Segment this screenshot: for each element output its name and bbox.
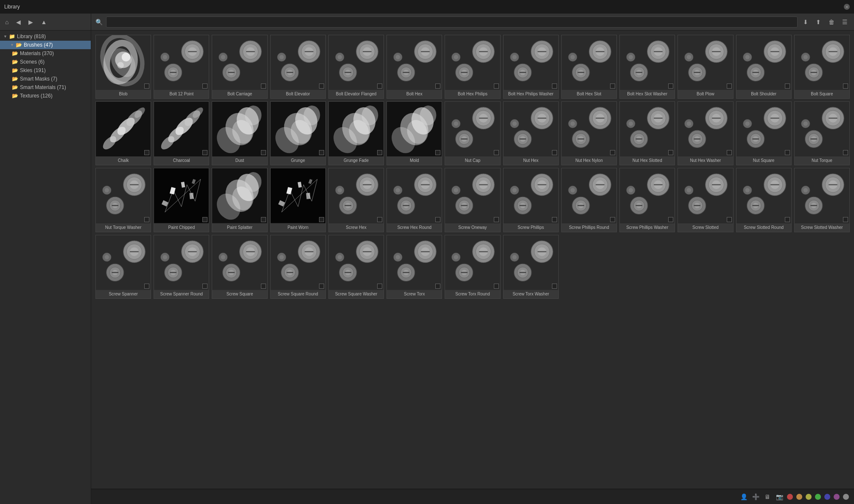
grid-item-bolt-elevator[interactable]: Bolt Elevator	[270, 35, 326, 99]
grid-item-screw-slotted[interactable]: Screw Slotted	[678, 168, 733, 232]
item-checkbox[interactable]	[727, 84, 732, 89]
grid-item-bolt-shoulder[interactable]: Bolt Shoulder	[736, 35, 792, 99]
sidebar-item-scenes[interactable]: 📂 Scenes (6)	[0, 58, 91, 66]
grid-item-mold[interactable]: Mold	[386, 101, 442, 165]
grid-item-grunge-fade[interactable]: Grunge Fade	[328, 101, 384, 165]
item-checkbox[interactable]	[319, 84, 324, 89]
download-button[interactable]: ⬇	[801, 18, 810, 26]
item-checkbox[interactable]	[377, 284, 382, 289]
sidebar-tree[interactable]: ▼ 📁 Library (818)▼ 📂 Brushes (47) 📂 Mate…	[0, 31, 91, 504]
home-button[interactable]: ⌂	[3, 18, 10, 26]
back-button[interactable]: ◀	[14, 18, 22, 26]
grid-item-dust[interactable]: Dust	[212, 101, 267, 165]
item-checkbox[interactable]	[435, 150, 440, 155]
grid-item-screw-square-round[interactable]: Screw Square Round	[270, 235, 326, 299]
grid-item-screw-hex[interactable]: Screw Hex	[328, 168, 384, 232]
item-checkbox[interactable]	[785, 217, 790, 222]
item-checkbox[interactable]	[261, 84, 266, 89]
grid-item-bolt-hex-slot-washer[interactable]: Bolt Hex Slot Washer	[619, 35, 675, 99]
item-checkbox[interactable]	[261, 284, 266, 289]
item-checkbox[interactable]	[727, 217, 732, 222]
grid-item-screw-spanner[interactable]: Screw Spanner	[95, 235, 151, 299]
item-checkbox[interactable]	[377, 217, 382, 222]
up-button[interactable]: ▲	[39, 18, 48, 26]
item-checkbox[interactable]	[494, 217, 499, 222]
item-checkbox[interactable]	[494, 284, 499, 289]
display-icon[interactable]: 🖥	[763, 493, 772, 501]
grid-item-bolt-square[interactable]: Bolt Square	[794, 35, 850, 99]
color-dot-1[interactable]	[796, 494, 802, 500]
item-checkbox[interactable]	[319, 217, 324, 222]
item-checkbox[interactable]	[668, 84, 673, 89]
item-checkbox[interactable]	[552, 84, 557, 89]
grid-item-screw-square-washer[interactable]: Screw Square Washer	[328, 235, 384, 299]
grid-item-screw-torx-washer[interactable]: Screw Torx Washer	[503, 235, 559, 299]
grid-item-nut-hex-slotted[interactable]: Nut Hex Slotted	[619, 101, 675, 165]
item-checkbox[interactable]	[144, 84, 149, 89]
item-checkbox[interactable]	[435, 284, 440, 289]
grid-item-bolt-plow[interactable]: Bolt Plow	[678, 35, 733, 99]
item-checkbox[interactable]	[727, 150, 732, 155]
add-person-icon[interactable]: ➕	[751, 493, 760, 501]
sidebar-item-smart-materials[interactable]: 📂 Smart Materials (71)	[0, 83, 91, 92]
item-checkbox[interactable]	[785, 150, 790, 155]
grid-container[interactable]: Blob Bolt 12 Point	[91, 31, 854, 489]
color-dot-4[interactable]	[824, 494, 830, 500]
grid-item-screw-slotted-washer[interactable]: Screw Slotted Washer	[794, 168, 850, 232]
item-checkbox[interactable]	[202, 84, 207, 89]
item-checkbox[interactable]	[494, 150, 499, 155]
grid-item-screw-slotted-round[interactable]: Screw Slotted Round	[736, 168, 792, 232]
grid-item-screw-torx-round[interactable]: Screw Torx Round	[445, 235, 500, 299]
grid-item-nut-hex[interactable]: Nut Hex	[503, 101, 559, 165]
grid-item-screw-phillips-washer[interactable]: Screw Phillips Washer	[619, 168, 675, 232]
item-checkbox[interactable]	[552, 284, 557, 289]
item-checkbox[interactable]	[610, 84, 615, 89]
grid-item-nut-torque[interactable]: Nut Torque	[794, 101, 850, 165]
item-checkbox[interactable]	[261, 150, 266, 155]
item-checkbox[interactable]	[144, 150, 149, 155]
grid-item-grunge[interactable]: Grunge	[270, 101, 326, 165]
item-checkbox[interactable]	[843, 217, 848, 222]
item-checkbox[interactable]	[202, 284, 207, 289]
search-input[interactable]	[106, 17, 798, 28]
grid-item-screw-torx[interactable]: Screw Torx	[386, 235, 442, 299]
item-checkbox[interactable]	[261, 217, 266, 222]
grid-item-nut-torque-washer[interactable]: Nut Torque Washer	[95, 168, 151, 232]
grid-item-chalk[interactable]: Chalk	[95, 101, 151, 165]
export-button[interactable]: ⬆	[814, 18, 823, 26]
color-dot-6[interactable]	[843, 494, 849, 500]
grid-item-screw-oneway[interactable]: Screw Oneway	[445, 168, 500, 232]
item-checkbox[interactable]	[144, 284, 149, 289]
item-checkbox[interactable]	[668, 150, 673, 155]
item-checkbox[interactable]	[202, 150, 207, 155]
item-checkbox[interactable]	[377, 150, 382, 155]
sidebar-item-brushes[interactable]: ▼ 📂 Brushes (47)	[0, 41, 91, 49]
grid-item-bolt-hex-slot[interactable]: Bolt Hex Slot	[561, 35, 617, 99]
sidebar-item-skies[interactable]: 📂 Skies (191)	[0, 66, 91, 75]
delete-button[interactable]: 🗑	[826, 18, 837, 26]
item-checkbox[interactable]	[435, 217, 440, 222]
grid-item-screw-phillips[interactable]: Screw Phillips	[503, 168, 559, 232]
grid-item-nut-hex-washer[interactable]: Nut Hex Washer	[678, 101, 733, 165]
item-checkbox[interactable]	[843, 84, 848, 89]
grid-item-bolt-12-point[interactable]: Bolt 12 Point	[154, 35, 209, 99]
item-checkbox[interactable]	[552, 150, 557, 155]
item-checkbox[interactable]	[319, 284, 324, 289]
item-checkbox[interactable]	[319, 150, 324, 155]
sidebar-item-library[interactable]: ▼ 📁 Library (818)	[0, 32, 91, 41]
grid-item-paint-chipped[interactable]: Paint Chipped	[154, 168, 209, 232]
grid-item-nut-cap[interactable]: Nut Cap	[445, 101, 500, 165]
sidebar-item-textures[interactable]: 📂 Textures (126)	[0, 92, 91, 100]
item-checkbox[interactable]	[494, 84, 499, 89]
grid-item-screw-hex-round[interactable]: Screw Hex Round	[386, 168, 442, 232]
grid-item-bolt-carriage[interactable]: Bolt Carriage	[212, 35, 267, 99]
forward-button[interactable]: ▶	[27, 18, 35, 26]
person-icon[interactable]: 👤	[739, 493, 748, 501]
view-options-button[interactable]: ☰	[840, 18, 850, 26]
item-checkbox[interactable]	[843, 150, 848, 155]
grid-item-bolt-elevator-flanged[interactable]: Bolt Elevator Flanged	[328, 35, 384, 99]
grid-item-screw-phillips-round[interactable]: Screw Phillips Round	[561, 168, 617, 232]
grid-item-screw-spanner-round[interactable]: Screw Spanner Round	[154, 235, 209, 299]
sidebar-item-smart-masks[interactable]: 📂 Smart Masks (7)	[0, 75, 91, 83]
item-checkbox[interactable]	[202, 217, 207, 222]
